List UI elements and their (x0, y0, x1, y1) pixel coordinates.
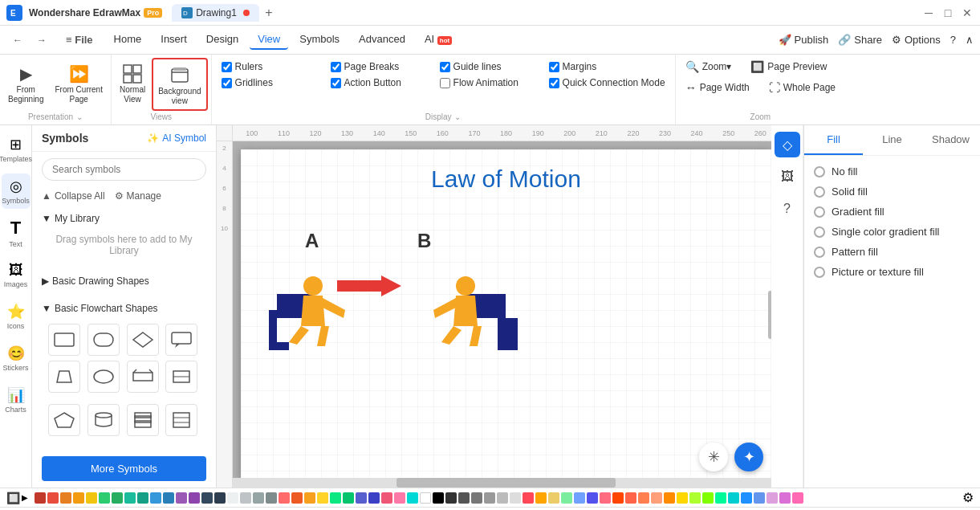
color-swatch[interactable] (47, 492, 59, 504)
color-swatch[interactable] (291, 492, 303, 504)
color-swatch[interactable] (86, 492, 97, 504)
manage-button[interactable]: ⚙ Manage (115, 190, 161, 202)
color-swatch[interactable] (728, 492, 739, 504)
menu-view[interactable]: View (250, 30, 288, 50)
shape-rectangle[interactable] (48, 324, 80, 356)
fill-pattern[interactable]: Pattern fill (814, 246, 970, 258)
guide-lines-checkbox[interactable]: Guide lines (440, 61, 536, 72)
color-swatch[interactable] (471, 492, 482, 504)
color-swatch[interactable] (510, 492, 521, 504)
collapse-all-button[interactable]: ▲ Collapse All (42, 190, 105, 202)
fill-gradient[interactable]: Gradient fill (814, 206, 970, 218)
share-button[interactable]: 🔗Share (838, 34, 882, 46)
document-tab[interactable]: D Drawing1 (172, 4, 259, 22)
minimize-button[interactable]: ─ (922, 6, 935, 19)
menu-design[interactable]: Design (198, 30, 246, 50)
color-swatch[interactable] (523, 492, 534, 504)
search-input[interactable] (42, 158, 206, 181)
color-swatch[interactable] (458, 492, 470, 504)
shape-complex2[interactable] (165, 361, 197, 393)
sparkle-button[interactable]: ✳ (699, 443, 728, 471)
gradient-fill-radio[interactable] (814, 206, 825, 218)
color-swatch[interactable] (381, 492, 392, 504)
color-swatch[interactable] (35, 492, 46, 504)
shape-oval[interactable] (87, 361, 120, 393)
menu-advanced[interactable]: Advanced (351, 30, 413, 50)
sidebar-item-icons[interactable]: ⭐ Icons (2, 299, 30, 334)
color-swatch[interactable] (73, 492, 84, 504)
help-button[interactable]: ? (950, 34, 956, 46)
color-swatch[interactable] (587, 492, 598, 504)
settings-icon[interactable]: ⚙ (962, 490, 974, 505)
sidebar-item-text[interactable]: T Text (2, 215, 30, 251)
color-swatch[interactable] (779, 492, 791, 504)
fill-icon-btn[interactable]: ◇ (775, 132, 800, 157)
tab-shadow[interactable]: Shadow (921, 125, 980, 155)
basic-drawing-toggle[interactable]: ▶ Basic Drawing Shapes (42, 272, 206, 290)
color-swatch[interactable] (445, 492, 457, 504)
shape-rounded-rect[interactable] (87, 324, 120, 356)
shape-diamond[interactable] (127, 324, 159, 356)
color-swatch[interactable] (651, 492, 662, 504)
magic-button[interactable]: ✦ (734, 443, 763, 471)
menu-insert[interactable]: Insert (152, 30, 195, 50)
sidebar-item-images[interactable]: 🖼 Images (2, 257, 30, 292)
color-swatch[interactable] (356, 492, 367, 504)
shape-bars[interactable] (165, 404, 197, 436)
from-beginning-button[interactable]: ▶ FromBeginning (3, 58, 48, 108)
nav-forward[interactable]: → (30, 31, 53, 49)
close-button[interactable]: ✕ (961, 6, 974, 19)
color-swatch[interactable] (240, 492, 251, 504)
sidebar-item-stickers[interactable]: 😊 Stickers (2, 341, 30, 376)
flow-animation-checkbox[interactable]: Flow Animation (440, 77, 536, 88)
color-swatch[interactable] (176, 492, 187, 504)
color-swatch[interactable] (792, 492, 803, 504)
color-swatch[interactable] (304, 492, 315, 504)
color-swatch[interactable] (137, 492, 148, 504)
from-current-button[interactable]: ⏩ From CurrentPage (50, 58, 107, 108)
shape-stacked[interactable] (127, 404, 159, 436)
color-swatch[interactable] (535, 492, 547, 504)
fill-single-gradient[interactable]: Single color gradient fill (814, 226, 970, 238)
rulers-input[interactable] (222, 62, 232, 72)
color-swatch[interactable] (638, 492, 649, 504)
color-swatch[interactable] (715, 492, 726, 504)
fill-no-fill[interactable]: No fill (814, 165, 970, 177)
tab-line[interactable]: Line (863, 125, 921, 155)
color-swatch[interactable] (574, 492, 585, 504)
color-swatch[interactable] (368, 492, 380, 504)
color-swatch[interactable] (664, 492, 675, 504)
quick-connection-input[interactable] (549, 78, 559, 88)
shape-trapezoid[interactable] (48, 361, 80, 393)
color-swatch[interactable] (767, 492, 778, 504)
action-button-input[interactable] (331, 78, 341, 88)
shape-cylinder[interactable] (87, 404, 120, 436)
color-swatch[interactable] (741, 492, 752, 504)
page-width-button[interactable]: ↔ Page Width (679, 79, 756, 96)
shape-pentagon[interactable] (48, 404, 80, 436)
color-swatch[interactable] (253, 492, 264, 504)
color-swatch[interactable] (394, 492, 405, 504)
collapse-ribbon[interactable]: ∧ (966, 34, 974, 46)
image-icon-btn[interactable]: 🖼 (775, 164, 800, 190)
basic-flowchart-toggle[interactable]: ▼ Basic Flowchart Shapes (42, 300, 206, 317)
quick-connection-checkbox[interactable]: Quick Connection Mode (549, 77, 665, 88)
no-fill-radio[interactable] (814, 166, 825, 177)
canvas-page-area[interactable]: Law of Motion A B (233, 141, 779, 488)
color-swatch[interactable] (163, 492, 174, 504)
publish-button[interactable]: 🚀Publish (779, 34, 829, 46)
picture-fill-radio[interactable] (814, 267, 825, 278)
color-swatch[interactable] (150, 492, 161, 504)
color-swatch[interactable] (612, 492, 624, 504)
color-swatch[interactable] (689, 492, 701, 504)
color-swatch[interactable] (124, 492, 136, 504)
color-swatch[interactable] (189, 492, 200, 504)
page-breaks-input[interactable] (331, 62, 341, 72)
fill-dropper[interactable]: 🔲 (6, 492, 20, 504)
page-preview-button[interactable]: 🔲 Page Preview (744, 58, 833, 75)
zoom-dropdown[interactable]: 🔍 Zoom▾ (679, 58, 738, 75)
menu-home[interactable]: Home (106, 30, 150, 50)
ai-symbol-button[interactable]: ✨ AI Symbol (147, 133, 206, 144)
color-swatch[interactable] (677, 492, 688, 504)
rulers-checkbox[interactable]: Rulers (222, 61, 318, 72)
